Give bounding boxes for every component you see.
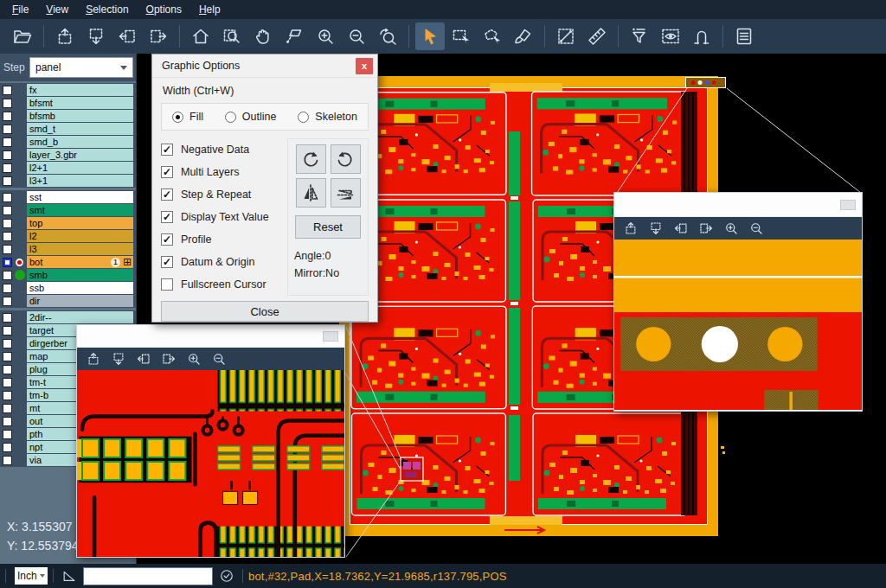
zoom-in-icon[interactable]: [311, 22, 340, 50]
checkbox-row[interactable]: ✓Datum & Origin: [161, 251, 280, 273]
checkbox-row[interactable]: Fullscreen Cursor: [161, 273, 280, 296]
checkbox-icon[interactable]: ✓: [161, 189, 173, 201]
zoom-window-icon[interactable]: [217, 22, 247, 50]
layer-row-top[interactable]: top: [0, 217, 136, 229]
layer-name-cell[interactable]: smd_b: [27, 136, 133, 148]
pan-left-icon[interactable]: [112, 22, 142, 50]
layer-checkbox[interactable]: [3, 258, 12, 267]
mirror-horizontal-button[interactable]: [296, 178, 326, 208]
dialog-title-bar[interactable]: Graphic Options x: [152, 54, 377, 78]
close-icon[interactable]: x: [356, 58, 373, 74]
layer-name-cell[interactable]: sst: [27, 191, 133, 203]
zoom-in-icon[interactable]: [186, 351, 202, 367]
layer-name-cell[interactable]: dir: [27, 295, 133, 307]
layer-checkbox[interactable]: [3, 456, 12, 465]
layer-checkbox[interactable]: [3, 352, 12, 361]
layer-checkbox[interactable]: [3, 430, 12, 439]
select-rectangle-icon[interactable]: [446, 22, 476, 50]
layer-checkbox[interactable]: [3, 404, 12, 413]
step-repeat-grid-icon[interactable]: ⊞: [123, 257, 132, 267]
zoom-out-icon[interactable]: [748, 220, 764, 236]
window-button-icon[interactable]: [323, 331, 338, 342]
pan-right-icon[interactable]: [144, 22, 173, 50]
checkbox-row[interactable]: ✓Multi Layers: [161, 161, 280, 183]
layer-name-cell[interactable]: 2dir--: [27, 311, 133, 323]
pan-left-icon[interactable]: [673, 220, 689, 236]
checkbox-icon[interactable]: ✓: [161, 166, 173, 178]
layer-checkbox[interactable]: [3, 86, 12, 95]
layer-checkbox[interactable]: [3, 112, 12, 121]
layer-checkbox[interactable]: [3, 313, 12, 323]
layer-checkbox[interactable]: [3, 391, 12, 400]
menu-selection[interactable]: Selection: [77, 1, 137, 18]
pan-down-icon[interactable]: [648, 220, 664, 236]
layer-checkbox[interactable]: [3, 206, 12, 215]
window-button-icon[interactable]: [840, 200, 856, 210]
checkbox-icon[interactable]: ✓: [161, 144, 173, 156]
layer-checkbox[interactable]: [3, 137, 12, 147]
checkbox-icon[interactable]: ✓: [161, 233, 173, 246]
pan-down-icon[interactable]: [81, 22, 111, 50]
pan-down-icon[interactable]: [111, 351, 126, 367]
zoom-out-icon[interactable]: [342, 22, 371, 50]
radio-fill[interactable]: Fill: [172, 111, 203, 123]
layer-row-smb[interactable]: smb: [0, 269, 136, 281]
layer-checkbox[interactable]: [3, 193, 12, 202]
menu-file[interactable]: File: [3, 1, 37, 18]
layer-name-cell[interactable]: smd_t: [27, 123, 133, 135]
select-polygon-icon[interactable]: [478, 22, 507, 50]
layer-name-cell[interactable]: layer_3.gbr: [27, 149, 133, 161]
layer-name-cell[interactable]: top: [27, 217, 133, 229]
home-icon[interactable]: [186, 22, 215, 50]
layer-name-cell[interactable]: bot1⊞: [27, 256, 133, 268]
snap-icon[interactable]: [687, 22, 716, 50]
layer-name-cell[interactable]: smt: [27, 204, 133, 216]
layer-checkbox[interactable]: [3, 339, 12, 348]
measure-points-icon[interactable]: [551, 22, 581, 50]
view-inside-icon[interactable]: [656, 22, 685, 50]
step-select[interactable]: panel: [29, 57, 133, 78]
layer-name-cell[interactable]: l3+1: [27, 175, 133, 187]
layer-row-fx[interactable]: fx: [0, 84, 136, 96]
layer-checkbox[interactable]: [3, 176, 12, 186]
rotate-ccw-button[interactable]: [331, 144, 361, 174]
layer-checkbox[interactable]: [3, 245, 12, 254]
zoom-in-icon[interactable]: [723, 220, 739, 236]
pan-right-icon[interactable]: [161, 351, 177, 367]
layer-row-sst[interactable]: sst: [0, 191, 136, 203]
layer-row-bot[interactable]: bot1⊞: [0, 256, 136, 268]
layer-row-layer_3.gbr[interactable]: layer_3.gbr: [0, 149, 136, 161]
reset-button[interactable]: Reset: [295, 215, 361, 239]
layer-checkbox[interactable]: [3, 271, 12, 280]
layer-checkbox[interactable]: [3, 163, 12, 173]
pan-hand-icon[interactable]: [248, 22, 278, 50]
layer-row-l2+1[interactable]: l2+1: [0, 162, 136, 174]
checkbox-icon[interactable]: [161, 278, 173, 291]
mirror-vertical-button[interactable]: [331, 178, 361, 208]
zoom-popup-left[interactable]: [76, 324, 345, 558]
zoom-view-detail[interactable]: [77, 370, 344, 557]
layer-name-cell[interactable]: fx: [27, 84, 133, 96]
radio-outline[interactable]: Outline: [225, 111, 277, 123]
layer-checkbox[interactable]: [3, 150, 12, 160]
checkbox-icon[interactable]: ✓: [161, 256, 173, 268]
layer-row-l3+1[interactable]: l3+1: [0, 175, 136, 187]
open-folder-icon[interactable]: [8, 22, 37, 50]
layer-row-2dir--[interactable]: 2dir--: [0, 311, 136, 323]
layer-checkbox[interactable]: [3, 417, 12, 426]
checkbox-row[interactable]: ✓Display Text Value: [161, 206, 280, 228]
report-list-icon[interactable]: [729, 22, 759, 50]
checkbox-row[interactable]: ✓Negative Data: [161, 138, 280, 161]
layer-checkbox[interactable]: [3, 219, 12, 228]
selected-pad[interactable]: [401, 457, 423, 481]
command-input[interactable]: [83, 567, 213, 585]
zoom-dynamic-icon[interactable]: [279, 22, 309, 50]
corner-angle-icon[interactable]: [61, 567, 78, 585]
layer-row-dir[interactable]: dir: [0, 295, 136, 307]
zoom-view-fiducial[interactable]: [614, 240, 862, 410]
checkbox-row[interactable]: ✓Step & Repeat: [161, 183, 280, 206]
layer-name-cell[interactable]: smb: [27, 269, 133, 281]
layer-name-cell[interactable]: l2: [27, 230, 133, 242]
layer-row-bfsmt[interactable]: bfsmt: [0, 97, 136, 109]
radio-dot-icon[interactable]: [298, 112, 309, 123]
